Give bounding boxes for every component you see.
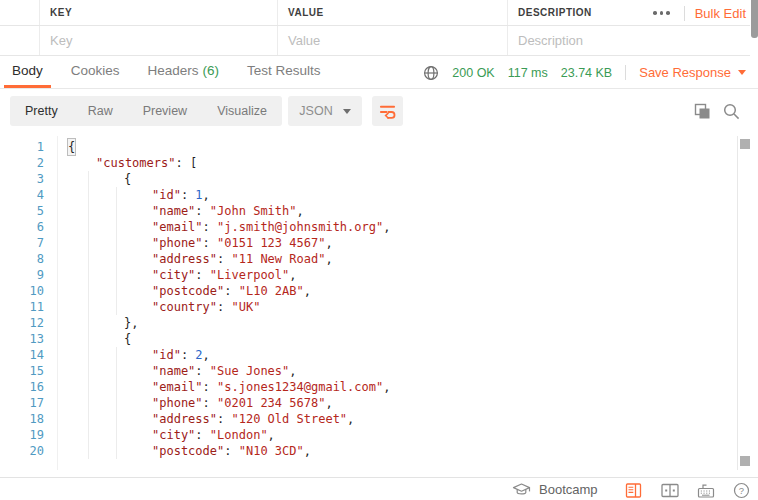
kv-table-header: KEY VALUE DESCRIPTION <box>0 0 750 26</box>
code-line: 9"city": "Liverpool", <box>0 267 758 283</box>
key-input[interactable]: Key <box>40 26 278 55</box>
mode-raw[interactable]: Raw <box>73 96 128 126</box>
graduation-cap-icon <box>512 482 531 498</box>
value-input-placeholder: Value <box>288 33 320 48</box>
wrap-text-icon <box>378 102 397 121</box>
two-pane-icon[interactable] <box>661 480 679 500</box>
kv-row-select <box>0 26 40 55</box>
tab-headers[interactable]: Headers (6) <box>140 56 228 88</box>
svg-text:?: ? <box>739 485 744 496</box>
language-dropdown[interactable]: JSON <box>288 96 362 126</box>
more-options-icon[interactable] <box>649 11 674 15</box>
editor-vertical-scrollbar-thumb[interactable] <box>740 139 750 149</box>
line-number: 20 <box>0 443 44 459</box>
copy-icon[interactable] <box>694 103 711 120</box>
tab-cookies-label: Cookies <box>71 63 120 78</box>
release-notes-icon[interactable] <box>625 480 642 500</box>
code-line: 19"city": "London", <box>0 427 758 443</box>
headers-count-badge: (6) <box>203 63 220 78</box>
bulk-edit-button[interactable]: Bulk Edit <box>695 6 746 21</box>
tab-body-label: Body <box>12 63 43 78</box>
tab-body[interactable]: Body <box>4 56 51 88</box>
code-line: 16"email": "s.jones1234@gmail.com", <box>0 379 758 395</box>
line-number: 8 <box>0 251 44 267</box>
line-number: 9 <box>0 267 44 283</box>
line-number: 12 <box>0 315 44 331</box>
bootcamp-button[interactable]: Bootcamp <box>512 478 598 500</box>
view-mode-segmented-control: Pretty Raw Preview Visualize <box>10 96 282 126</box>
kv-table-actions: Bulk Edit <box>649 0 746 26</box>
code-line: 14"id": 2, <box>0 347 758 363</box>
response-status-bar: 200 OK 117 ms 23.74 KB Save Response <box>423 56 746 89</box>
code-line: 15"name": "Sue Jones", <box>0 363 758 379</box>
code-line: 4"id": 1, <box>0 187 758 203</box>
tab-cookies[interactable]: Cookies <box>63 56 128 88</box>
line-number: 4 <box>0 187 44 203</box>
description-input[interactable]: Description <box>508 26 750 55</box>
tab-test-results[interactable]: Test Results <box>239 56 329 88</box>
keyboard-shortcuts-icon[interactable] <box>697 480 715 500</box>
line-number: 17 <box>0 395 44 411</box>
actions-divider <box>684 6 685 21</box>
code-line: 11"country": "UK" <box>0 299 758 315</box>
value-input[interactable]: Value <box>278 26 508 55</box>
view-bar-right-actions <box>694 96 740 126</box>
code-line: 5"name": "John Smith", <box>0 203 758 219</box>
footer-status-bar: Bootcamp <box>0 477 758 500</box>
kv-select-column <box>0 0 40 25</box>
key-column-label: KEY <box>50 7 72 18</box>
code-line: 8"address": "11 New Road", <box>0 251 758 267</box>
code-line: 18"address": "120 Old Street", <box>0 411 758 427</box>
save-response-label: Save Response <box>639 65 731 80</box>
mode-preview[interactable]: Preview <box>128 96 202 126</box>
line-number: 15 <box>0 363 44 379</box>
line-number: 16 <box>0 379 44 395</box>
code-editor[interactable]: 1{2"customers": [3{4"id": 1,5"name": "Jo… <box>0 133 758 477</box>
code-editor-lines: 1{2"customers": [3{4"id": 1,5"name": "Jo… <box>0 139 758 459</box>
mode-visualize[interactable]: Visualize <box>202 96 282 126</box>
line-number: 5 <box>0 203 44 219</box>
line-number: 13 <box>0 331 44 347</box>
value-column-label: VALUE <box>288 7 324 18</box>
description-column-label: DESCRIPTION <box>518 7 592 18</box>
wrap-text-button[interactable] <box>372 96 403 126</box>
line-number: 1 <box>0 139 44 155</box>
line-number: 3 <box>0 171 44 187</box>
line-number: 7 <box>0 235 44 251</box>
code-line: 7"phone": "0151 123 4567", <box>0 235 758 251</box>
status-divider <box>625 65 626 80</box>
code-line: 20"postcode": "N10 3CD", <box>0 443 758 459</box>
search-icon[interactable] <box>723 103 740 120</box>
help-icon[interactable]: ? <box>733 480 750 500</box>
line-number: 14 <box>0 347 44 363</box>
tab-headers-label: Headers <box>148 63 199 78</box>
line-number: 11 <box>0 299 44 315</box>
window-scrollbar-thumb[interactable] <box>751 0 758 38</box>
gutter-divider <box>57 136 58 470</box>
globe-icon[interactable] <box>423 65 439 81</box>
response-time: 117 ms <box>508 66 548 80</box>
code-line: 2"customers": [ <box>0 155 758 171</box>
code-line: 10"postcode": "L10 2AB", <box>0 283 758 299</box>
postman-response-panel: KEY VALUE DESCRIPTION Bulk Edit Key Valu… <box>0 0 758 500</box>
line-number: 18 <box>0 411 44 427</box>
kv-empty-row: Key Value Description <box>0 26 750 56</box>
kv-header-key: KEY <box>40 0 278 25</box>
save-response-button[interactable]: Save Response <box>639 65 746 80</box>
code-line: 3{ <box>0 171 758 187</box>
line-number: 19 <box>0 427 44 443</box>
response-view-bar: Pretty Raw Preview Visualize JSON <box>0 89 758 133</box>
line-number: 10 <box>0 283 44 299</box>
tab-test-results-label: Test Results <box>247 63 321 78</box>
editor-horizontal-scrollbar-thumb[interactable] <box>740 456 750 466</box>
code-line: 12}, <box>0 315 758 331</box>
language-dropdown-value: JSON <box>299 104 332 118</box>
editor-scroll-track <box>737 136 738 470</box>
chevron-down-icon <box>738 70 746 75</box>
response-size: 23.74 KB <box>561 66 612 80</box>
line-number: 6 <box>0 219 44 235</box>
code-line: 13{ <box>0 331 758 347</box>
bootcamp-label: Bootcamp <box>539 482 598 497</box>
line-number: 2 <box>0 155 44 171</box>
mode-pretty[interactable]: Pretty <box>10 96 73 126</box>
